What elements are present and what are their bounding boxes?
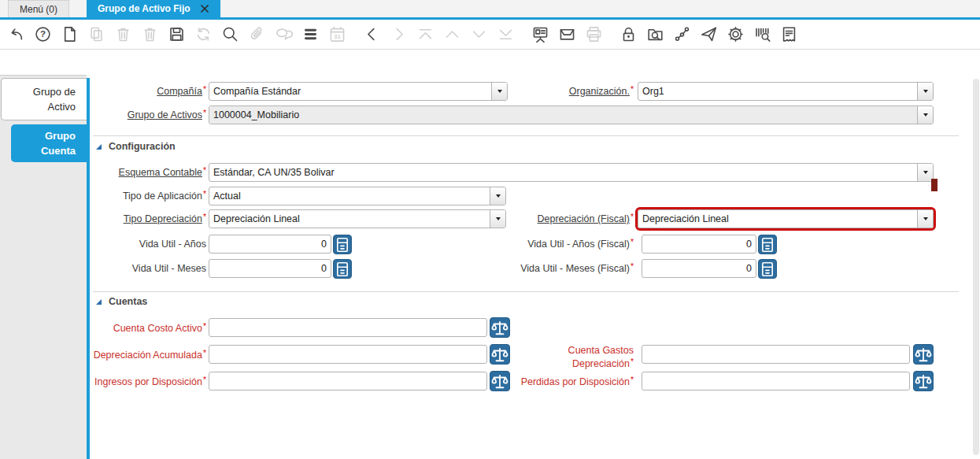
section-configuracion[interactable]: Configuración [95, 140, 176, 153]
tipo-aplicacion-input[interactable] [209, 187, 490, 205]
vida-meses-calculator-button[interactable] [333, 259, 352, 279]
tipo-depreciacion-dropdown-button[interactable] [490, 210, 505, 228]
grupo-activos-label: Grupo de Activos* [71, 109, 206, 122]
delete-selection-button[interactable] [140, 25, 159, 44]
delete-record-button[interactable] [113, 25, 132, 44]
grupo-activos-dropdown-button[interactable] [917, 106, 933, 124]
depreciacion-fiscal-label: Depreciación (Fiscal)* [504, 213, 634, 226]
depreciacion-acumulada-input[interactable] [209, 345, 487, 364]
vida-anos-fiscal-calculator-button[interactable] [758, 235, 777, 254]
grupo-activos-combo[interactable] [209, 105, 934, 124]
organizacion-input[interactable] [638, 83, 917, 100]
vida-anos-calculator-button[interactable] [333, 235, 352, 254]
chevron-top-icon [416, 25, 435, 43]
archive-button[interactable] [557, 25, 576, 44]
depreciacion-fiscal-combo[interactable] [638, 209, 934, 228]
vida-meses-fiscal-label: Vida Util - Meses (Fiscal)* [504, 262, 634, 276]
refresh-icon [194, 25, 213, 43]
organizacion-combo[interactable] [638, 82, 934, 101]
svg-text:?: ? [39, 29, 45, 39]
calendar-button[interactable]: 31 [327, 25, 346, 44]
tipo-depreciacion-combo[interactable] [209, 209, 506, 228]
product-search-button[interactable] [753, 25, 771, 44]
perdidas-disposicion-account-button[interactable] [913, 371, 934, 391]
vida-meses-fiscal-input[interactable] [642, 259, 756, 278]
document-button[interactable] [779, 25, 798, 44]
esquema-contable-label: Esquema Contable* [71, 166, 206, 180]
help-icon: ? [34, 25, 52, 43]
find-button[interactable] [220, 25, 239, 44]
vida-anos-label: Vida Util - Años [71, 238, 206, 251]
depreciacion-fiscal-dropdown-button[interactable] [917, 210, 933, 228]
calculator-icon [334, 261, 351, 278]
help-button[interactable]: ? [33, 25, 52, 44]
settings-button[interactable] [726, 25, 745, 44]
nav-previous-button[interactable] [362, 25, 381, 44]
red-marker [931, 179, 937, 191]
undo-icon [7, 25, 25, 43]
tipo-depreciacion-input[interactable] [209, 210, 490, 228]
cuenta-costo-activo-account-button[interactable] [490, 317, 510, 338]
close-icon[interactable] [200, 4, 209, 13]
printer-icon [585, 25, 603, 43]
cuenta-gastos-depreciacion-account-button[interactable] [913, 344, 934, 365]
ingresos-disposicion-input[interactable] [209, 372, 487, 391]
grupo-activos-input[interactable] [209, 106, 917, 124]
tipo-aplicacion-combo[interactable] [209, 187, 506, 205]
workflow-button[interactable] [672, 25, 691, 44]
chat-button[interactable] [274, 25, 293, 44]
report-button[interactable] [531, 25, 549, 44]
perdidas-disposicion-input[interactable] [642, 372, 910, 391]
tipo-depreciacion-label: Tipo Depreciación* [71, 213, 206, 226]
nav-first-button[interactable] [416, 25, 435, 44]
vertical-scrollbar[interactable] [973, 79, 979, 455]
esquema-contable-combo[interactable] [209, 163, 934, 182]
save-button[interactable] [167, 25, 186, 44]
esquema-contable-dropdown-button[interactable] [917, 164, 933, 181]
section-configuracion-label: Configuración [109, 141, 176, 152]
nav-last-button[interactable] [496, 25, 515, 44]
ingresos-disposicion-label: Ingresos por Disposición* [71, 376, 206, 389]
chevron-bottom-icon [497, 25, 515, 43]
sidebar-tab-grupo-cuenta[interactable]: Grupo Cuenta [11, 124, 87, 162]
nav-down-button[interactable] [469, 25, 488, 44]
tipo-aplicacion-dropdown-button[interactable] [490, 187, 505, 205]
perdidas-disposicion-label: Perdidas por Disposición* [504, 376, 634, 389]
tab-menu[interactable]: Menú (0) [8, 0, 69, 17]
chevron-right-icon [390, 25, 408, 43]
section-divider [93, 135, 959, 136]
undo-button[interactable] [6, 25, 25, 44]
vida-meses-fiscal-calculator-button[interactable] [758, 259, 777, 279]
copy-record-icon [87, 25, 105, 43]
tab-grupo-activo-fijo[interactable]: Grupo de Activo Fijo [87, 0, 220, 17]
chevron-down-icon [497, 90, 502, 93]
nav-next-button[interactable] [389, 25, 408, 44]
print-button[interactable] [584, 25, 603, 44]
vida-anos-fiscal-input[interactable] [642, 235, 756, 254]
compania-combo[interactable] [209, 82, 508, 101]
new-record-button[interactable] [60, 25, 79, 44]
chevron-down-icon [923, 171, 928, 174]
section-cuentas[interactable]: Cuentas [95, 295, 147, 308]
record-search-button[interactable] [645, 25, 664, 44]
depreciacion-fiscal-input[interactable] [638, 210, 917, 228]
vida-meses-input[interactable] [209, 259, 331, 278]
lock-button[interactable] [619, 25, 638, 44]
balance-scale-icon [914, 345, 933, 364]
cuenta-costo-activo-input[interactable] [209, 318, 487, 337]
copy-record-button[interactable] [87, 25, 105, 44]
compania-input[interactable] [209, 83, 491, 100]
refresh-button[interactable] [194, 25, 213, 44]
send-button[interactable] [699, 25, 718, 44]
list-view-button[interactable] [301, 25, 320, 44]
depreciacion-acumulada-account-button[interactable] [490, 344, 510, 365]
sidebar-tab-grupo-cuenta-label: Grupo Cuenta [28, 128, 76, 159]
cuenta-gastos-depreciacion-input[interactable] [642, 345, 910, 364]
vida-anos-input[interactable] [209, 235, 331, 254]
nav-up-button[interactable] [442, 25, 461, 44]
chevron-down-icon [923, 217, 928, 220]
attachment-button[interactable] [247, 25, 266, 44]
esquema-contable-input[interactable] [209, 164, 917, 181]
paper-plane-icon [700, 25, 718, 43]
organizacion-dropdown-button[interactable] [917, 83, 933, 100]
